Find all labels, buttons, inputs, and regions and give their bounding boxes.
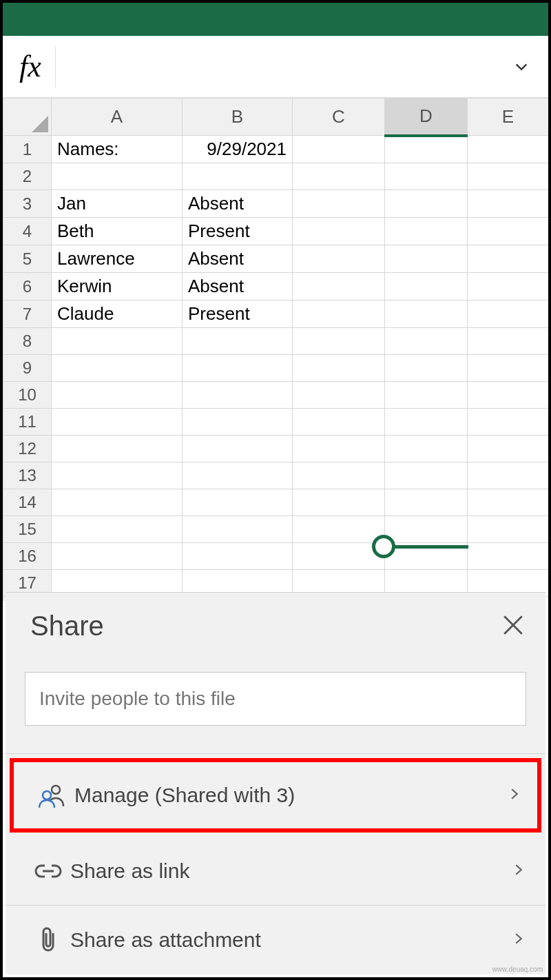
cell[interactable]: [468, 300, 549, 328]
cell[interactable]: [52, 543, 183, 570]
column-header-b[interactable]: B: [183, 99, 293, 136]
row-header[interactable]: 6: [3, 273, 52, 300]
cell[interactable]: [183, 462, 293, 489]
cell[interactable]: [385, 436, 468, 462]
cell[interactable]: [52, 382, 183, 409]
row-header[interactable]: 11: [3, 409, 52, 436]
cell[interactable]: [293, 273, 385, 300]
cell[interactable]: [385, 462, 468, 489]
cell[interactable]: [52, 436, 183, 462]
cell[interactable]: 9/29/2021: [183, 136, 293, 163]
row-header[interactable]: 8: [3, 328, 52, 355]
column-header-c[interactable]: C: [293, 99, 385, 136]
cell[interactable]: [52, 409, 183, 436]
cell[interactable]: Claude: [52, 300, 183, 328]
row-header[interactable]: 7: [3, 300, 52, 328]
cell[interactable]: [52, 328, 183, 355]
cell[interactable]: [183, 328, 293, 355]
cell[interactable]: [183, 409, 293, 436]
spreadsheet-grid[interactable]: A B C D E 1 Names: 9/29/2021 2 3 JanAbse…: [3, 98, 548, 601]
cell[interactable]: [183, 543, 293, 570]
row-header[interactable]: 5: [3, 245, 52, 273]
row-header[interactable]: 16: [3, 543, 52, 570]
cell[interactable]: [183, 355, 293, 382]
share-as-link-row[interactable]: Share as link: [6, 837, 545, 906]
cell[interactable]: [468, 543, 549, 570]
cell[interactable]: [293, 218, 385, 245]
share-as-attachment-row[interactable]: Share as attachment: [6, 906, 545, 974]
cell[interactable]: [293, 355, 385, 382]
invite-input[interactable]: [25, 672, 526, 726]
cell[interactable]: [293, 543, 385, 570]
cell[interactable]: [385, 328, 468, 355]
cell[interactable]: [468, 409, 549, 436]
cell[interactable]: [385, 516, 468, 543]
cell[interactable]: [293, 436, 385, 462]
cell[interactable]: [385, 190, 468, 218]
cell[interactable]: [293, 163, 385, 190]
cell[interactable]: [468, 516, 549, 543]
cell[interactable]: [468, 382, 549, 409]
chevron-down-icon[interactable]: [511, 57, 532, 77]
cell[interactable]: [385, 163, 468, 190]
cell[interactable]: [293, 190, 385, 218]
cell[interactable]: [468, 218, 549, 245]
cell[interactable]: [293, 382, 385, 409]
cell[interactable]: [468, 328, 549, 355]
row-header[interactable]: 9: [3, 355, 52, 382]
cell[interactable]: [468, 273, 549, 300]
row-header[interactable]: 12: [3, 436, 52, 462]
row-header[interactable]: 2: [3, 163, 52, 190]
cell[interactable]: [183, 489, 293, 516]
cell[interactable]: Jan: [52, 190, 183, 218]
cell[interactable]: [52, 516, 183, 543]
cell[interactable]: [468, 190, 549, 218]
row-header[interactable]: 4: [3, 218, 52, 245]
formula-input[interactable]: [55, 46, 539, 88]
cell[interactable]: [468, 436, 549, 462]
cell[interactable]: Lawrence: [52, 245, 183, 273]
cell[interactable]: [468, 245, 549, 273]
cell[interactable]: [293, 245, 385, 273]
cell[interactable]: [468, 136, 549, 163]
cell[interactable]: [183, 163, 293, 190]
cell[interactable]: Absent: [183, 245, 293, 273]
cell[interactable]: [293, 489, 385, 516]
cell[interactable]: [293, 136, 385, 163]
cell[interactable]: [385, 355, 468, 382]
row-header[interactable]: 1: [3, 136, 52, 163]
row-header[interactable]: 13: [3, 462, 52, 489]
cell[interactable]: [385, 136, 468, 163]
cell[interactable]: [183, 382, 293, 409]
cell[interactable]: [293, 300, 385, 328]
cell[interactable]: [385, 300, 468, 328]
close-icon[interactable]: [501, 613, 525, 640]
cell[interactable]: [468, 163, 549, 190]
cell[interactable]: [385, 382, 468, 409]
cell[interactable]: [385, 245, 468, 273]
row-header[interactable]: 10: [3, 382, 52, 409]
cell[interactable]: [293, 328, 385, 355]
cell[interactable]: [385, 489, 468, 516]
cell[interactable]: [385, 409, 468, 436]
select-all-corner[interactable]: [3, 99, 52, 136]
cell[interactable]: Present: [183, 218, 293, 245]
cell[interactable]: Absent: [183, 273, 293, 300]
cell[interactable]: [385, 273, 468, 300]
cell[interactable]: Present: [183, 300, 293, 328]
cell[interactable]: Absent: [183, 190, 293, 218]
cell[interactable]: [293, 462, 385, 489]
cell[interactable]: Names:: [52, 136, 183, 163]
row-header[interactable]: 14: [3, 489, 52, 516]
cell[interactable]: [183, 436, 293, 462]
column-header-a[interactable]: A: [52, 99, 183, 136]
row-header[interactable]: 3: [3, 190, 52, 218]
cell[interactable]: [52, 462, 183, 489]
cell[interactable]: [468, 462, 549, 489]
cell[interactable]: [52, 355, 183, 382]
cell[interactable]: Beth: [52, 218, 183, 245]
cell[interactable]: [52, 489, 183, 516]
cell[interactable]: [293, 409, 385, 436]
cell[interactable]: [468, 489, 549, 516]
cell[interactable]: [385, 218, 468, 245]
